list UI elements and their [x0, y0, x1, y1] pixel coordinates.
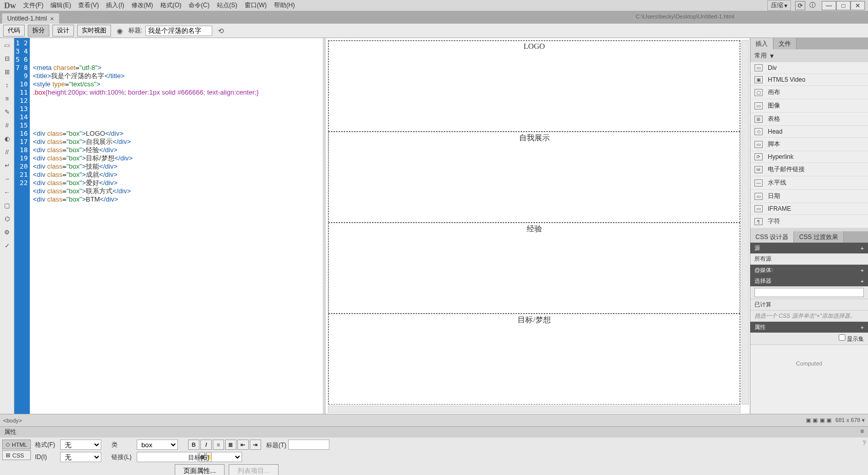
insert-item[interactable]: ¶字符 — [750, 215, 868, 228]
tab-insert[interactable]: 插入 — [750, 38, 773, 49]
ol-button[interactable]: ≣ — [225, 440, 236, 450]
help-icon[interactable]: ? — [862, 440, 866, 447]
plus-icon[interactable]: + — [861, 324, 864, 331]
live-box[interactable]: 目标/梦想 — [328, 314, 740, 405]
show-set-checkbox[interactable] — [839, 334, 845, 341]
insert-item[interactable]: —水平线 — [750, 176, 868, 190]
all-sources-row[interactable]: 所有源 — [750, 253, 868, 265]
title-input[interactable] — [145, 26, 212, 36]
list-items-button[interactable]: 列表项目... — [229, 464, 279, 475]
insert-item[interactable]: ▣HTML5 Video — [750, 74, 868, 86]
split-view-button[interactable]: 拆分 — [28, 25, 49, 36]
horizontal-scrollbar[interactable] — [328, 406, 741, 413]
target-select[interactable] — [211, 452, 242, 462]
expand-icon[interactable]: ⊞ — [2, 67, 12, 77]
highlight-icon[interactable]: ◐ — [2, 134, 12, 144]
live-box[interactable]: 经验 — [328, 223, 740, 314]
close-button[interactable]: ✕ — [851, 1, 865, 10]
balance-icon[interactable]: ≡ — [2, 94, 12, 104]
tab-css-designer[interactable]: CSS 设计器 — [750, 231, 794, 243]
plus-icon[interactable]: + — [861, 245, 864, 251]
menu-format[interactable]: 格式(O) — [157, 0, 184, 11]
menu-site[interactable]: 站点(S) — [214, 0, 241, 11]
menu-edit[interactable]: 编辑(E) — [47, 0, 74, 11]
design-view-button[interactable]: 设计 — [52, 25, 74, 36]
sync-icon[interactable]: ⟳ — [795, 1, 805, 10]
format-select[interactable]: 无 — [60, 440, 101, 450]
menu-help[interactable]: 帮助(H) — [271, 0, 298, 11]
computed-row[interactable]: 已计算 — [750, 299, 868, 310]
insert-item[interactable]: ✉电子邮件链接 — [750, 163, 868, 176]
class-select[interactable]: box — [137, 440, 178, 450]
css-mode-button[interactable]: ⊞ CSS — [2, 450, 31, 460]
minimize-button[interactable]: — — [822, 1, 836, 10]
maximize-button[interactable]: □ — [836, 1, 851, 10]
tag-path[interactable]: <body> — [3, 417, 22, 424]
emmet-icon[interactable]: ⚙ — [2, 227, 12, 238]
html-mode-button[interactable]: ◇ HTML — [2, 440, 31, 449]
insert-item[interactable]: ▭Div — [750, 62, 868, 74]
css-sources-header[interactable]: 源+ — [750, 243, 868, 253]
close-icon[interactable]: ✕ — [50, 16, 54, 22]
menu-modify[interactable]: 修改(M) — [128, 0, 156, 11]
wrap-icon[interactable]: ↵ — [2, 160, 12, 171]
vertical-scrollbar[interactable] — [742, 40, 749, 405]
insert-item[interactable]: ▭图像 — [750, 99, 868, 113]
css-media-header[interactable]: @媒体:+ — [750, 265, 868, 276]
title-input[interactable] — [288, 440, 329, 450]
show-set-toggle[interactable]: 显示集 — [839, 336, 864, 342]
tab-css-transitions[interactable]: CSS 过渡效果 — [794, 231, 844, 243]
css-props-header[interactable]: 属性+ — [750, 322, 868, 333]
format-icon[interactable]: ⌬ — [2, 214, 12, 224]
collapse-icon[interactable]: ⊟ — [2, 53, 12, 64]
indent-icon[interactable]: → — [2, 174, 12, 184]
insert-item[interactable]: ▭IFRAME — [750, 203, 868, 215]
file-tab[interactable]: Untitled-1.html ✕ — [2, 13, 59, 24]
insert-item[interactable]: ▭脚本 — [750, 138, 868, 151]
ul-button[interactable]: ≡ — [213, 440, 224, 450]
insert-item[interactable]: ◇Head — [750, 126, 868, 138]
help-icon[interactable]: ⓘ — [809, 1, 816, 10]
menu-insert[interactable]: 插入(I) — [103, 0, 127, 11]
open-doc-icon[interactable]: ▭ — [2, 40, 12, 50]
insert-category[interactable]: 常用 ▼ — [750, 49, 868, 62]
refresh-icon[interactable]: ⟲ — [215, 25, 227, 36]
menu-file[interactable]: 文件(F) — [20, 0, 46, 11]
outdent-button[interactable]: ⇤ — [237, 440, 249, 450]
insert-item[interactable]: ⟳Hyperlink — [750, 151, 868, 163]
selector-search-input[interactable] — [754, 288, 864, 297]
outdent-icon[interactable]: ← — [2, 187, 12, 197]
wand-icon[interactable]: ✎ — [2, 107, 12, 117]
plus-icon[interactable]: + — [861, 278, 864, 284]
live-box[interactable]: 自我展示 — [328, 132, 740, 223]
menu-view[interactable]: 查看(V) — [75, 0, 102, 11]
comment-icon[interactable]: // — [2, 147, 12, 157]
indent-button[interactable]: ⇥ — [250, 440, 261, 450]
page-properties-button[interactable]: 页面属性... — [175, 464, 225, 475]
line-numbers-icon[interactable]: # — [2, 120, 12, 131]
panel-menu-icon[interactable]: ≡ — [860, 428, 864, 436]
italic-button[interactable]: I — [200, 440, 212, 450]
snippets-icon[interactable]: ▢ — [2, 200, 12, 211]
css-selectors-header[interactable]: 选择器+ — [750, 276, 868, 286]
live-box[interactable]: LOGO — [328, 41, 740, 132]
id-select[interactable]: 无 — [60, 452, 101, 462]
viewport-dimensions[interactable]: ▣ ▣ ▣ ▣681 x 678 ▾ — [806, 417, 865, 424]
bold-button[interactable]: B — [188, 440, 199, 450]
insert-item[interactable]: ▢画布 — [750, 86, 868, 99]
validate-icon[interactable]: ✓ — [2, 241, 12, 251]
code-body[interactable]: <meta charset="utf-8"> <title>我是个淫荡的名字</… — [30, 38, 323, 414]
plus-icon[interactable]: + — [861, 267, 864, 273]
menu-window[interactable]: 窗口(W) — [242, 0, 270, 11]
workspace-selector[interactable]: 压缩▾ — [767, 0, 791, 11]
insert-item[interactable]: ▭日期 — [750, 190, 868, 203]
live-view-button[interactable]: 实时视图 — [77, 25, 111, 36]
live-viewport[interactable]: LOGO自我展示经验目标/梦想 — [328, 40, 741, 405]
select-parent-icon[interactable]: ↕ — [2, 80, 12, 90]
tab-files[interactable]: 文件 — [773, 38, 797, 49]
menu-commands[interactable]: 命令(C) — [186, 0, 213, 11]
globe-icon[interactable]: ◉ — [114, 25, 125, 36]
code-view[interactable]: 1 2 3 4 5 6 7 8 9 10 11 12 13 14 15 16 1… — [14, 38, 323, 414]
code-view-button[interactable]: 代码 — [3, 25, 25, 36]
insert-item[interactable]: ⊞表格 — [750, 113, 868, 126]
